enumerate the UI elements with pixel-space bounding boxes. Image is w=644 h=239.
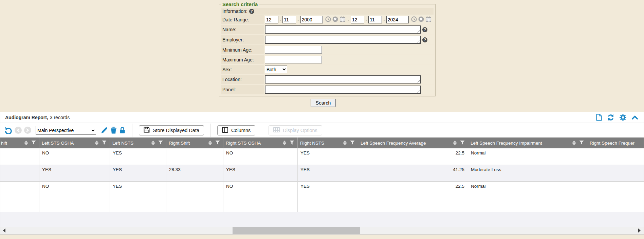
cell: NO xyxy=(39,148,110,165)
edit-perspective-pencil-icon[interactable] xyxy=(100,127,108,134)
date-from-day-input[interactable] xyxy=(282,16,296,23)
maximum-age-field[interactable] xyxy=(265,56,322,63)
display-options-label: Display Options xyxy=(283,128,317,133)
sort-icon[interactable] xyxy=(24,141,28,145)
information-help-icon[interactable]: ? xyxy=(249,9,254,14)
cell: YES xyxy=(298,165,358,182)
date-from-year-input[interactable] xyxy=(300,16,323,23)
date-to-year-input[interactable] xyxy=(386,16,409,23)
cell: NO xyxy=(223,148,298,165)
employer-help-icon[interactable]: ? xyxy=(422,37,427,42)
sort-icon[interactable] xyxy=(572,141,576,145)
range-separator: - xyxy=(348,17,349,22)
calendar-icon[interactable] xyxy=(425,16,431,23)
column-header[interactable]: Left STS OSHA xyxy=(39,137,110,148)
store-displayed-data-button[interactable]: Store Displayed Data xyxy=(139,125,204,135)
filter-funnel-icon[interactable] xyxy=(102,140,107,146)
name-field[interactable] xyxy=(265,25,421,34)
scrollbar-thumb[interactable] xyxy=(233,227,360,234)
scroll-right-arrow-icon[interactable] xyxy=(638,228,641,233)
table-row[interactable]: YES YES 28.33 YES YES 41.25 Moderate Los… xyxy=(0,165,644,182)
column-header-label: Right STS OSHA xyxy=(226,141,261,146)
sort-icon[interactable] xyxy=(283,141,286,145)
cell: YES xyxy=(110,165,166,182)
refresh-icon[interactable] xyxy=(607,114,614,121)
sort-icon[interactable] xyxy=(453,141,457,145)
column-header-label: hift xyxy=(1,141,7,146)
date-to-month-input[interactable] xyxy=(351,16,364,23)
display-options-button: Display Options xyxy=(269,125,322,135)
search-button[interactable]: Search xyxy=(311,99,336,107)
new-document-icon[interactable] xyxy=(596,114,602,121)
cell xyxy=(0,182,39,198)
cell: 22.5 xyxy=(358,148,468,165)
filter-funnel-icon[interactable] xyxy=(579,140,584,146)
column-header[interactable]: Right STS OSHA xyxy=(223,137,298,148)
cell: YES xyxy=(110,148,166,165)
filter-funnel-icon[interactable] xyxy=(460,140,465,146)
sort-icon[interactable] xyxy=(343,141,347,145)
perspective-select[interactable]: Main Perspective xyxy=(36,126,96,135)
date-range-row: Date Range: - - - - - xyxy=(221,15,434,24)
clear-date-icon[interactable] xyxy=(418,16,424,23)
cell: YES xyxy=(39,165,110,182)
column-header-label: Right NSTS xyxy=(300,141,324,146)
column-header[interactable]: Left Speech Frequency Impairment xyxy=(468,137,587,148)
sex-row: Sex: Both xyxy=(221,65,434,74)
lock-perspective-icon[interactable] xyxy=(119,127,126,134)
sort-icon[interactable] xyxy=(95,141,98,145)
column-header[interactable]: Left NSTS xyxy=(110,137,166,148)
cell: Normal xyxy=(468,182,587,198)
column-header[interactable]: Left Speech Frequency Average xyxy=(358,137,468,148)
search-criteria-legend: Search criteria xyxy=(221,1,259,7)
date-to-day-input[interactable] xyxy=(368,16,382,23)
employer-field[interactable] xyxy=(265,36,421,44)
cell xyxy=(166,182,223,198)
sort-icon[interactable] xyxy=(208,141,212,145)
delete-perspective-trash-icon[interactable] xyxy=(110,127,117,134)
filter-funnel-icon[interactable] xyxy=(350,140,355,146)
filter-funnel-icon[interactable] xyxy=(158,140,163,146)
cell xyxy=(587,182,644,198)
time-icon[interactable] xyxy=(411,16,417,23)
sex-select[interactable]: Both xyxy=(265,66,287,73)
information-label: Information: xyxy=(222,8,247,14)
collapse-chevron-up-icon[interactable] xyxy=(631,115,638,120)
table-row[interactable]: NO YES NO YES 22.5 Normal xyxy=(0,182,644,198)
name-row: Name: ? xyxy=(221,25,434,34)
search-criteria-panel: Search criteria Information: ? Date Rang… xyxy=(219,1,427,107)
name-help-icon[interactable]: ? xyxy=(422,27,427,32)
filter-funnel-icon[interactable] xyxy=(31,140,36,146)
columns-button[interactable]: Columns xyxy=(217,125,255,135)
report-title: Audiogram Report, xyxy=(5,115,48,120)
cell: 22.5 xyxy=(358,182,468,198)
column-header[interactable]: Right NSTS xyxy=(298,137,358,148)
report-toolbar: Main Perspective Store Displayed Data Co… xyxy=(0,123,644,137)
date-from-month-input[interactable] xyxy=(265,16,278,23)
employer-label: Employer: xyxy=(221,35,264,44)
sex-label: Sex: xyxy=(221,65,264,74)
columns-icon xyxy=(222,127,228,134)
gear-icon[interactable] xyxy=(620,114,626,121)
store-displayed-data-label: Store Displayed Data xyxy=(153,128,199,133)
reset-undo-icon[interactable] xyxy=(4,127,12,134)
cell: Moderate Loss xyxy=(468,165,587,182)
column-header[interactable]: hift xyxy=(0,137,39,148)
filter-funnel-icon[interactable] xyxy=(290,140,294,146)
column-header[interactable]: Right Shift xyxy=(166,137,223,148)
calendar-icon[interactable] xyxy=(339,16,346,23)
location-field[interactable] xyxy=(265,75,421,84)
clear-date-icon[interactable] xyxy=(332,16,338,23)
panel-field[interactable] xyxy=(265,86,421,94)
horizontal-scrollbar[interactable] xyxy=(0,227,644,234)
cell xyxy=(587,148,644,165)
minimum-age-field[interactable] xyxy=(265,46,322,54)
sort-icon[interactable] xyxy=(151,141,155,145)
scroll-left-arrow-icon[interactable] xyxy=(3,228,5,233)
filter-funnel-icon[interactable] xyxy=(215,140,220,146)
time-icon[interactable] xyxy=(325,16,331,23)
column-header[interactable]: Right Speech Frequer xyxy=(587,137,644,148)
panel-row: Panel: xyxy=(221,85,434,94)
table-row[interactable]: NO YES NO YES 22.5 Normal xyxy=(0,148,644,165)
floppy-save-icon xyxy=(144,127,150,134)
